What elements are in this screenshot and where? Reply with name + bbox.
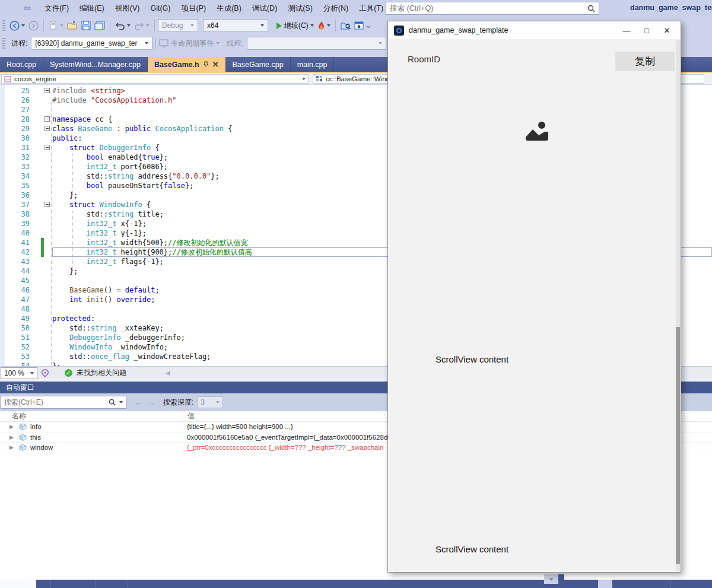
fold-margin[interactable] (44, 162, 52, 171)
continue-debug-button[interactable]: 继续(C) (274, 18, 316, 33)
undo-button[interactable] (113, 18, 132, 33)
search-depth-select[interactable]: 3 (197, 396, 223, 408)
document-tab[interactable]: main.cpp (291, 57, 335, 72)
code-line[interactable]: 33 int32_t port{6086}; (0, 162, 168, 171)
save-all-button[interactable] (93, 18, 107, 33)
toolbar-grip[interactable] (2, 20, 5, 31)
app-scrollbar-thumb[interactable] (676, 327, 680, 564)
minimize-button[interactable]: — (616, 26, 637, 35)
fold-margin[interactable] (44, 314, 52, 323)
code-line[interactable]: 47 int init() override; (0, 295, 155, 304)
code-line[interactable]: 36 }; (0, 190, 78, 200)
code-line[interactable]: 28namespace cc { (0, 115, 112, 124)
expander-icon[interactable]: ▶ (9, 444, 15, 450)
fold-margin[interactable] (44, 228, 52, 238)
code-line[interactable]: 34 std::string address{"0.0.0.0"}; (0, 171, 220, 181)
fold-margin[interactable] (44, 209, 52, 219)
document-tab[interactable]: BaseGame.h✕ (148, 57, 226, 72)
code-line[interactable]: 39 int32_t x{-1}; (0, 219, 147, 228)
code-line[interactable]: 43 int32_t flags{-1}; (0, 257, 164, 266)
menu-item[interactable]: 调试(D) (247, 1, 282, 17)
hot-reload-button[interactable] (316, 18, 332, 33)
home-window-button[interactable]: ⌄ (352, 18, 373, 33)
scrollbar-down-button[interactable] (544, 574, 558, 584)
menu-item[interactable]: 分析(N) (318, 1, 354, 17)
code-line[interactable]: 25#include <string> (0, 86, 125, 96)
autos-search-input[interactable]: 搜索(Ctrl+E) (1, 396, 126, 409)
continue-caret[interactable] (310, 24, 314, 27)
platform-select[interactable]: x64 (203, 19, 268, 32)
menu-item[interactable]: 文件(F) (39, 1, 74, 17)
document-tab[interactable]: BaseGame.cpp (226, 57, 291, 72)
back-dropdown-caret[interactable] (21, 24, 25, 27)
app-scrollbar-track[interactable] (676, 40, 680, 571)
feedback-icon[interactable] (41, 369, 49, 377)
collapse-icon[interactable] (44, 88, 50, 93)
menu-item[interactable]: 项目(P) (176, 1, 211, 17)
code-line[interactable]: 38 std::string title; (0, 209, 164, 219)
code-line[interactable]: 52 WindowInfo _windowInfo; (0, 342, 168, 352)
fold-margin[interactable] (44, 361, 52, 366)
code-line[interactable]: 51 DebuggerInfo _debuggerInfo; (0, 333, 185, 342)
hscroll-left-arrow[interactable]: ◀ (166, 370, 170, 376)
search-next-arrow[interactable]: → (148, 398, 156, 407)
configuration-select[interactable]: Debug (158, 19, 198, 32)
code-line[interactable]: 30public: (0, 134, 82, 143)
menu-item[interactable]: 测试(S) (282, 1, 318, 17)
column-value[interactable]: 值 (183, 411, 195, 421)
code-line[interactable]: 49protected: (0, 314, 95, 323)
fold-margin[interactable] (44, 115, 52, 124)
code-line[interactable]: 54}; (0, 361, 61, 366)
collapse-icon[interactable] (44, 126, 50, 131)
fold-margin[interactable] (44, 219, 52, 228)
navigate-forward-button[interactable] (27, 18, 40, 33)
process-select[interactable]: [63920] danmu_game_swap_ter (31, 37, 152, 50)
menu-item[interactable]: Git(G) (145, 1, 176, 15)
fold-margin[interactable] (44, 105, 52, 115)
fold-margin[interactable] (44, 190, 52, 200)
document-tab[interactable]: Root.cpp (0, 57, 43, 72)
code-line[interactable]: 27 (0, 105, 52, 115)
code-line[interactable]: 45 (0, 276, 52, 285)
redo-button[interactable] (132, 18, 151, 33)
fold-margin[interactable] (44, 181, 52, 190)
fold-margin[interactable] (44, 304, 52, 314)
maximize-button[interactable]: □ (637, 26, 657, 35)
fold-margin[interactable] (44, 276, 52, 285)
code-line[interactable]: 42 int32_t height{900};//修改初始化的默认值高 (0, 247, 252, 257)
search-options-caret[interactable] (119, 401, 123, 403)
thread-select[interactable] (247, 37, 386, 50)
fold-margin[interactable] (44, 257, 52, 266)
copy-button[interactable]: 复制 (615, 52, 675, 71)
code-line[interactable]: 44 }; (0, 266, 78, 276)
fold-margin[interactable] (44, 134, 52, 143)
zoom-level-select[interactable]: 100 % (1, 367, 37, 379)
column-name[interactable]: 名称 (0, 411, 183, 421)
quick-search-input[interactable]: 搜索 (Ctrl+Q) (386, 2, 599, 15)
code-line[interactable]: 48 (0, 304, 52, 314)
fold-margin[interactable] (44, 86, 52, 96)
pin-icon[interactable] (203, 61, 209, 68)
code-line[interactable]: 32 bool enabled{true}; (0, 152, 168, 162)
fold-margin[interactable] (44, 96, 52, 105)
fold-margin[interactable] (44, 247, 52, 257)
fold-margin[interactable] (44, 323, 52, 333)
expander-icon[interactable]: ▶ (9, 434, 15, 440)
code-line[interactable]: 35 bool pauseOnStart{false}; (0, 181, 193, 190)
code-line[interactable]: 46 BaseGame() = default; (0, 285, 160, 295)
project-dropdown[interactable]: ++ cocos_engine (1, 74, 309, 84)
redo-caret[interactable] (146, 24, 150, 27)
code-line[interactable]: 41 int32_t width{500};//修改初始化的默认值宽 (0, 238, 248, 247)
close-button[interactable]: ✕ (657, 26, 677, 35)
navigate-back-button[interactable] (8, 18, 27, 33)
close-tab-icon[interactable]: ✕ (212, 61, 219, 68)
hot-reload-caret[interactable] (327, 24, 330, 27)
menu-item[interactable]: 工具(T) (354, 1, 389, 17)
fold-margin[interactable] (44, 152, 52, 162)
document-tab[interactable]: SystemWind...Manager.cpp (43, 57, 148, 72)
find-in-files-button[interactable] (339, 18, 352, 33)
fold-margin[interactable] (44, 333, 52, 342)
undo-caret[interactable] (127, 24, 131, 27)
fold-margin[interactable] (44, 295, 52, 304)
toolbar-grip[interactable] (2, 38, 5, 49)
